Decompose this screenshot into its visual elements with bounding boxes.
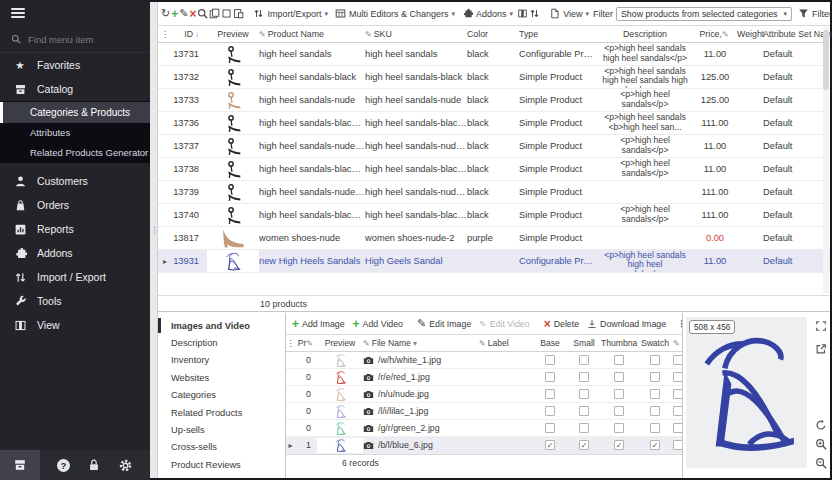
lock-button[interactable]	[87, 458, 101, 472]
product-row[interactable]: 13737 high heel sandals-nude-36 high hee…	[158, 135, 830, 158]
menu-search-input[interactable]	[28, 34, 128, 45]
store-button[interactable]	[0, 450, 40, 480]
col-thumbnail[interactable]: Thumbna	[601, 338, 637, 348]
sidebar-item-orders[interactable]: Orders	[0, 193, 150, 217]
col-label[interactable]: ✎Label	[479, 338, 533, 348]
sidebar-item-categories-products[interactable]: Categories & Products	[0, 102, 150, 123]
filter-select[interactable]: Show products from selected categories▾	[616, 7, 792, 21]
checkbox-small[interactable]	[579, 372, 589, 382]
edit-image-button[interactable]: ✎Edit Image	[414, 315, 474, 333]
product-row[interactable]: 13740 high heel sandals-black-38 high he…	[158, 204, 830, 227]
sidebar-item-catalog[interactable]: Catalog	[0, 77, 150, 101]
image-row[interactable]: 0 /n/u/nude.jpg	[286, 386, 682, 403]
delete-product-button[interactable]: ×	[189, 6, 196, 22]
copy-button[interactable]	[209, 6, 220, 22]
col-color[interactable]: Color	[467, 29, 519, 39]
tab-websites[interactable]: Websites	[158, 369, 285, 386]
import-export-button[interactable]: Import/Export▾	[250, 5, 331, 23]
add-video-button[interactable]: +Add Video	[350, 315, 406, 333]
view-button[interactable]: View▾	[546, 5, 592, 23]
checkbox-base[interactable]	[545, 372, 555, 382]
checkbox-base[interactable]	[545, 423, 555, 433]
tab-related-products[interactable]: Related Products	[158, 404, 285, 421]
multi-editors-button[interactable]: Multi Editors & Changers▾	[332, 5, 458, 23]
col-preview[interactable]: Preview	[317, 338, 363, 348]
addons-button[interactable]: Addons▾	[459, 5, 516, 23]
checkbox-thumbnail[interactable]	[614, 423, 624, 433]
product-row[interactable]: 13738 high heel sandals-black-37 high he…	[158, 158, 830, 181]
checkbox-small[interactable]	[579, 406, 589, 416]
fullscreen-button[interactable]	[815, 320, 827, 332]
product-row-selected[interactable]: ▸ 13931 new High Heels Sandals High Geel…	[158, 250, 830, 273]
checkbox-base[interactable]	[545, 406, 555, 416]
checkbox-base[interactable]	[545, 355, 555, 365]
checkbox-swatch[interactable]	[650, 372, 660, 382]
sidebar-item-customers[interactable]: Customers	[0, 169, 150, 193]
search-button[interactable]	[197, 6, 208, 22]
paste-button[interactable]	[233, 6, 244, 22]
checkbox-swatch[interactable]	[650, 423, 660, 433]
image-row[interactable]: 0 /w/h/white_1.jpg	[286, 352, 682, 369]
image-row-selected[interactable]: ▸ 1 /b/l/blue_6.jpg ✓ ✓ ✓ ✓	[286, 437, 682, 454]
checkbox-base[interactable]	[545, 389, 555, 399]
grid-scrollbar[interactable]	[823, 27, 829, 293]
product-row[interactable]: 13817 women shoes-nude women shoes-nude-…	[158, 227, 830, 250]
checkbox-swatch[interactable]	[650, 406, 660, 416]
checkbox-thumbnail[interactable]	[614, 372, 624, 382]
help-button[interactable]: ?	[57, 459, 70, 472]
add-image-button[interactable]: +Add Image	[289, 315, 348, 333]
checkbox-thumbnail[interactable]	[614, 389, 624, 399]
delete-image-button[interactable]: ×Delete	[541, 315, 582, 333]
sidebar-item-favorites[interactable]: ★Favorites	[0, 53, 150, 77]
checkbox-thumbnail[interactable]	[614, 355, 624, 365]
hamburger-menu-button[interactable]	[0, 0, 150, 26]
col-price[interactable]: Price,✎	[693, 29, 737, 39]
checkbox-small[interactable]: ✓	[579, 440, 589, 450]
zoom-out-button[interactable]	[815, 457, 827, 469]
product-row[interactable]: 13731 high heel sandals high heel sandal…	[158, 43, 830, 66]
sidebar-item-tools[interactable]: Tools	[0, 289, 150, 313]
filters-button[interactable]: Filters▾	[795, 5, 832, 23]
sidebar-item-import-export[interactable]: Import / Export	[0, 265, 150, 289]
checkbox-base[interactable]: ✓	[545, 440, 555, 450]
panel-splitter[interactable]: ⋮	[150, 2, 158, 478]
tab-description[interactable]: Description	[158, 334, 285, 351]
image-preview[interactable]	[686, 317, 807, 468]
tab-cross-sells[interactable]: Cross-sells	[158, 439, 285, 456]
tab-inventory[interactable]: Inventory	[158, 352, 285, 369]
add-product-button[interactable]: +	[171, 6, 178, 22]
checkbox-swatch[interactable]	[650, 355, 660, 365]
open-external-button[interactable]	[815, 343, 827, 355]
tab-categories[interactable]: Categories	[158, 387, 285, 404]
product-row[interactable]: 13732 high heel sandals-black high heel …	[158, 66, 830, 89]
checkbox-swatch[interactable]	[650, 389, 660, 399]
sidebar-item-related-products-generator[interactable]: Related Products Generator	[0, 143, 150, 163]
col-description[interactable]: Description	[597, 29, 693, 39]
checkbox-swatch[interactable]: ✓	[650, 440, 660, 450]
zoom-in-button[interactable]	[815, 438, 827, 450]
refresh-button[interactable]: ↻	[161, 6, 170, 22]
scrollbar-thumb[interactable]	[823, 30, 829, 90]
column-settings-button[interactable]	[517, 6, 528, 22]
product-row[interactable]: 13736 high heel sandals-black-36 high he…	[158, 112, 830, 135]
download-image-button[interactable]: Download Image	[584, 315, 669, 333]
checkbox-thumbnail[interactable]	[614, 406, 624, 416]
col-type[interactable]: Type	[519, 29, 597, 39]
sidebar-item-attributes[interactable]: Attributes	[0, 123, 150, 143]
col-preview[interactable]: Preview	[207, 29, 259, 39]
image-row[interactable]: 0 /r/e/red_1.jpg	[286, 369, 682, 386]
sidebar-item-view[interactable]: View	[0, 313, 150, 337]
select-button[interactable]	[221, 6, 232, 22]
settings-button[interactable]	[118, 458, 133, 473]
col-priority[interactable]: Pr✎	[295, 338, 317, 348]
row-height-button[interactable]	[529, 6, 540, 22]
sidebar-item-reports[interactable]: Reports	[0, 217, 150, 241]
tab-up-sells[interactable]: Up-sells	[158, 421, 285, 438]
col-sku[interactable]: ✎SKU	[365, 29, 467, 39]
col-swatch[interactable]: Swatch	[637, 338, 673, 348]
checkbox-small[interactable]	[579, 389, 589, 399]
checkbox-small[interactable]	[579, 423, 589, 433]
col-weight[interactable]: Weight	[737, 29, 763, 39]
sidebar-item-addons[interactable]: Addons	[0, 241, 150, 265]
tab-product-reviews[interactable]: Product Reviews	[158, 456, 285, 473]
